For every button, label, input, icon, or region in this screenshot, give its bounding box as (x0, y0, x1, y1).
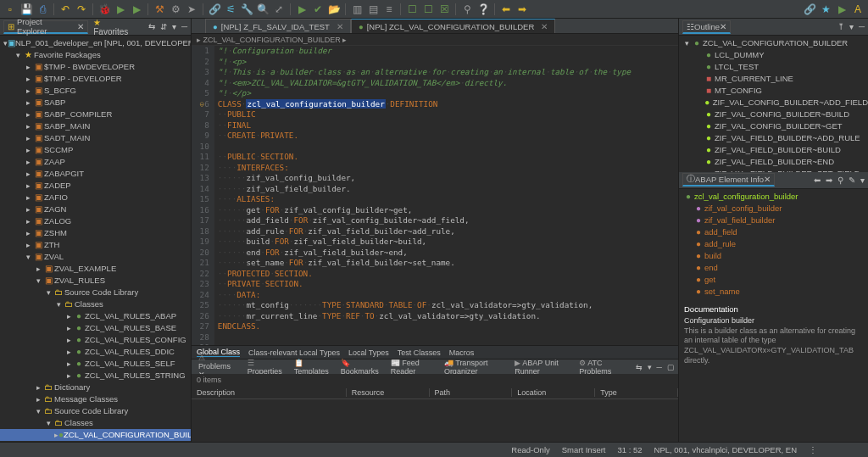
filter-icon[interactable]: ⚟ (224, 3, 237, 16)
tree-item[interactable]: ▾▣NLP_001_developer_en [NPL, 001, DEVELO… (0, 37, 191, 49)
run-icon[interactable]: ▶ (114, 3, 127, 16)
tree-item[interactable]: ▸▣ZAAP (0, 156, 191, 168)
element-info-tree[interactable]: ●zcl_val_configuration_builder●zif_val_c… (679, 189, 868, 299)
link-icon[interactable]: 🔗 (208, 3, 221, 16)
bottom-tab[interactable]: ▶ ABAP Unit Runner (511, 359, 570, 376)
bottom-tab[interactable]: 📰 Feed Reader (387, 359, 436, 376)
project-tree[interactable]: ▾▣NLP_001_developer_en [NPL, 001, DEVELO… (0, 36, 191, 442)
launch-icon[interactable]: ➤ (185, 3, 198, 16)
box2-icon[interactable]: ☐ (421, 3, 435, 16)
ei-pin-icon[interactable]: ⚲ (837, 176, 843, 185)
tree-item[interactable]: ▸▣SABP (0, 97, 191, 109)
tree-item[interactable]: ▸●ZCL_VAL_RULES_DDIC (0, 346, 191, 358)
zoom-icon[interactable]: ⤢ (272, 3, 286, 16)
open-icon[interactable]: 📂 (327, 3, 341, 16)
ei-menu-icon[interactable]: ▾ (860, 176, 865, 185)
status-menu-icon[interactable]: ⋮ (809, 445, 817, 454)
favs-icon[interactable]: ★ (819, 3, 832, 16)
ei-item[interactable]: ●get (679, 274, 868, 286)
tree-item[interactable]: ▸▣ZALOG (0, 215, 191, 227)
tree-item[interactable]: ▸▣SCCMP (0, 144, 191, 156)
outline-item[interactable]: ●ZIF_VAL_CONFIG_BUILDER~BUILD (679, 109, 868, 120)
play-icon[interactable]: ▶ (295, 3, 309, 16)
column-header[interactable]: Location (512, 388, 595, 397)
search-icon[interactable]: 🔍 (256, 3, 270, 16)
column-header[interactable]: Description (192, 388, 347, 397)
element-info-tab[interactable]: ⓘ ABAP Element Info ✕ (682, 173, 775, 187)
filter-outline-icon[interactable]: ▾ (849, 22, 854, 31)
ei-item[interactable]: ●add_field (679, 226, 868, 238)
save-icon[interactable]: 💾 (19, 3, 33, 16)
ei-item[interactable]: ●set_name (679, 286, 868, 298)
tree-item[interactable]: ▸●ZCL_VAL_RULES_ABAP (0, 310, 191, 322)
wrench-icon[interactable]: 🔧 (240, 3, 253, 16)
pin-icon[interactable]: ⚲ (460, 3, 474, 16)
outline-item[interactable]: ●ZIF_VAL_FIELD_BUILDER~ADD_RULE (679, 132, 868, 144)
fwd-icon[interactable]: ➡ (515, 3, 529, 16)
column-header[interactable]: Type (595, 388, 678, 397)
format-icon[interactable]: ≡ (382, 3, 396, 16)
min-outline-icon[interactable]: ─ (859, 22, 865, 31)
tree-item[interactable]: ▸▣ZVAL_EXAMPLE (0, 263, 191, 275)
help-icon[interactable]: ❔ (476, 3, 490, 16)
tree-item[interactable]: ▸▣ZAGN (0, 203, 191, 215)
ei-item[interactable]: ●zif_val_field_builder (679, 215, 868, 226)
tree-item[interactable]: ▸🗀Dictionary (0, 382, 191, 393)
breadcrumb[interactable]: ▸ ZCL_VAL_CONFIGURATION_BUILDER ▸ (192, 34, 678, 46)
outline-toggle-icon[interactable]: ▤ (366, 3, 380, 16)
tree-item[interactable]: ▾▣ZVAL_RULES (0, 275, 191, 287)
sub-tab[interactable]: Macros (449, 348, 475, 357)
bottom-tab[interactable]: 🚚 Transport Organizer (441, 359, 506, 376)
tree-item[interactable]: ▸▣ZAFIO (0, 192, 191, 203)
tree-item[interactable]: ▾🗀Source Code Library (0, 405, 191, 417)
column-icon[interactable]: ▥ (350, 3, 364, 16)
sort-icon[interactable]: ⤒ (837, 22, 844, 31)
tree-item[interactable]: ▸▣$TMP - BWDEVELOPER (0, 61, 191, 73)
bottom-toolbar-icon[interactable]: ▢ (667, 363, 675, 371)
tree-item[interactable]: ▸▣$TMP - DEVELOPER (0, 73, 191, 85)
tree-item[interactable]: ▸●ZCL_VAL_RULES_SELF (0, 358, 191, 370)
outline-item[interactable]: ●ZIF_VAL_CONFIG_BUILDER~ADD_FIELD (679, 97, 868, 109)
tree-item[interactable]: ▾▣ZVAL (0, 251, 191, 263)
bottom-tab[interactable]: 📋 Templates (291, 359, 332, 376)
bottom-tab[interactable]: ☰ Properties (244, 359, 286, 376)
tree-item[interactable]: ▸▣S_BCFG (0, 85, 191, 97)
task-icon[interactable]: ⚙ (169, 3, 182, 16)
column-header[interactable]: Resource (347, 388, 430, 397)
outline-tree[interactable]: ▾●ZCL_VAL_CONFIGURATION_BUILDER●LCL_DUMM… (679, 36, 868, 172)
ei-item[interactable]: ●zif_val_config_builder (679, 203, 868, 215)
run-ext-icon[interactable]: ▶ (130, 3, 143, 16)
bottom-tab[interactable]: ⚙ ATC Problems (576, 359, 625, 376)
outline-item[interactable]: ■MT_CONFIG (679, 85, 868, 97)
sub-tab[interactable]: Local Types (348, 348, 389, 357)
tree-item[interactable]: ▸▣SADT_MAIN (0, 132, 191, 144)
column-header[interactable]: Path (430, 388, 513, 397)
tree-item[interactable]: ▾★Favorite Packages (0, 49, 191, 61)
favorites-tab[interactable]: ★ Favorites (93, 18, 138, 36)
project-explorer-tab[interactable]: ⊞Project Explorer✕ (3, 20, 88, 34)
outline-tab[interactable]: ☷ Outline ✕ (682, 20, 731, 34)
tree-item[interactable]: ▸▣ZADEP (0, 180, 191, 192)
sub-tab[interactable]: Test Classes (398, 348, 441, 357)
box3-icon[interactable]: ☒ (437, 3, 451, 16)
ei-item[interactable]: ●add_rule (679, 238, 868, 250)
outline-item[interactable]: ●ZIF_VAL_FIELD_BUILDER~BUILD (679, 144, 868, 156)
new-icon[interactable]: ▫ (3, 3, 17, 16)
bottom-toolbar-icon[interactable]: ▾ (648, 363, 652, 371)
abap-icon[interactable]: A (851, 3, 865, 16)
tree-item[interactable]: ▸▣SABP_COMPILER (0, 109, 191, 120)
outline-item[interactable]: ●LCL_DUMMY (679, 49, 868, 61)
code-editor[interactable]: 12345⊖6789101112131415161718192021222324… (192, 46, 678, 345)
outline-item[interactable]: ■MR_CURRENT_LINE (679, 73, 868, 85)
bottom-tab[interactable]: 🔖 Bookmarks (337, 359, 382, 376)
outline-item[interactable]: ●LTCL_TEST (679, 61, 868, 73)
ei-back-icon[interactable]: ⬅ (814, 176, 821, 185)
tree-item[interactable]: ▸🗀Message Classes (0, 393, 191, 405)
link2-icon[interactable]: 🔗 (803, 3, 816, 16)
ei-root[interactable]: ●zcl_val_configuration_builder (679, 191, 868, 203)
collapse-icon[interactable]: ⇆ (148, 22, 155, 31)
run2-icon[interactable]: ▶ (835, 3, 849, 16)
outline-item[interactable]: ●ZIF_VAL_FIELD_BUILDER~END (679, 156, 868, 168)
redo-icon[interactable]: ↷ (75, 3, 88, 16)
bottom-toolbar-icon[interactable]: ⇆ (636, 363, 643, 371)
